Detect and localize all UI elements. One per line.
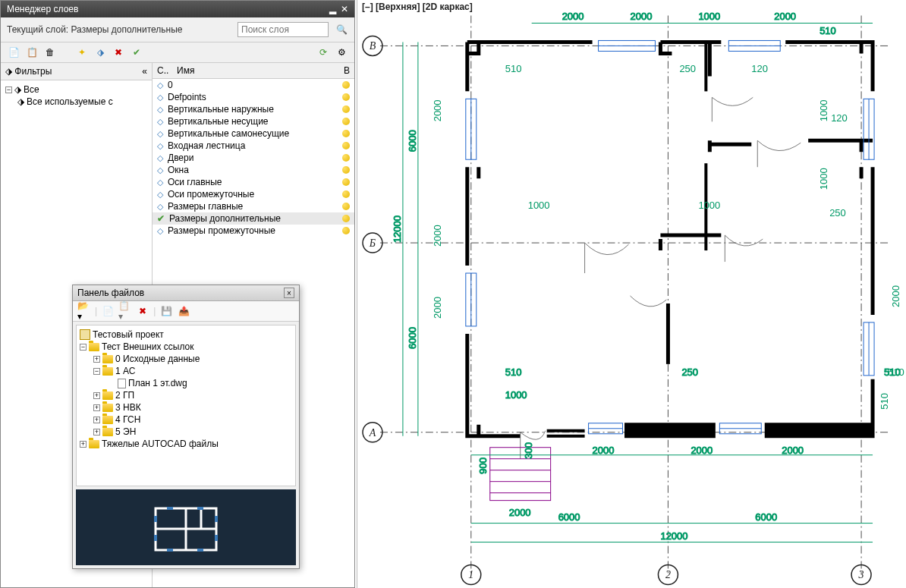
project-root[interactable]: Тестовый проект	[93, 329, 164, 340]
svg-rect-8	[167, 507, 173, 510]
svg-text:6000: 6000	[407, 130, 418, 152]
save-icon[interactable]: 💾	[159, 304, 173, 318]
folder-row[interactable]: +5 ЭН	[80, 426, 292, 438]
lightbulb-icon[interactable]	[342, 215, 350, 222]
folder-row[interactable]: +2 ГП	[80, 389, 292, 401]
col-name[interactable]: Имя	[177, 65, 338, 76]
tree-toggle-icon[interactable]: +	[93, 392, 100, 399]
layer-search-input[interactable]	[238, 22, 329, 37]
drawing-canvas[interactable]: В Б А 1 2 3	[357, 0, 906, 588]
layer-row[interactable]: ◇Двери	[153, 152, 354, 164]
folder-row[interactable]: +4 ГСН	[80, 413, 292, 426]
lightbulb-icon[interactable]	[342, 154, 350, 162]
tree-toggle-icon[interactable]: +	[93, 429, 100, 435]
filter-all[interactable]: Все	[24, 84, 39, 95]
svg-text:12000: 12000	[392, 215, 403, 243]
tree-toggle-icon[interactable]: +	[93, 404, 100, 411]
layer-name: Входная лестница	[168, 140, 245, 151]
folder-name: 1 АС	[115, 366, 135, 376]
lightbulb-icon[interactable]	[342, 178, 350, 186]
file-tree[interactable]: Тестовый проект −Тест Внешних ссылок +0 …	[76, 325, 296, 486]
lightbulb-icon[interactable]	[342, 227, 350, 234]
lightbulb-icon[interactable]	[342, 105, 350, 113]
svg-text:300: 300	[523, 442, 534, 459]
drawing-viewport[interactable]: [–] [Верхняя] [2D каркас] В Б А 1 2 3	[357, 0, 906, 588]
svg-rect-5	[154, 535, 157, 541]
refresh-icon[interactable]: ⟳	[316, 46, 330, 59]
layer-row[interactable]: ◇Размеры главные	[153, 200, 354, 212]
layer-states-icon[interactable]: ⬗	[93, 46, 107, 59]
tree-toggle-icon[interactable]: +	[93, 417, 100, 423]
folder-heavy[interactable]: Тяжелые AUTOCAD файлы	[102, 439, 219, 449]
layer-row[interactable]: ◇Оси промежуточные	[153, 188, 354, 200]
set-current-icon[interactable]: ✦	[75, 46, 89, 59]
lightbulb-icon[interactable]	[342, 166, 350, 174]
svg-text:250: 250	[681, 366, 698, 378]
file-row[interactable]: План 1 эт.dwg	[80, 377, 292, 389]
copy-icon[interactable]: 📋▾	[118, 304, 132, 318]
lightbulb-icon[interactable]	[342, 190, 350, 198]
layer-row[interactable]: ◇Вертикальные несущие	[153, 115, 354, 127]
svg-text:2000: 2000	[432, 99, 443, 121]
svg-text:510: 510	[879, 393, 890, 410]
delete-layer-icon[interactable]: 🗑	[43, 46, 57, 59]
layer-check-icon[interactable]: ✔	[130, 46, 143, 59]
folder-row[interactable]: +0 Исходные данные	[80, 353, 292, 365]
new-layer-freeze-icon[interactable]: 📋	[25, 46, 39, 59]
new-file-icon[interactable]: 📄	[101, 304, 115, 318]
lightbulb-icon[interactable]	[342, 203, 350, 210]
tree-toggle-icon[interactable]: +	[80, 441, 87, 448]
settings-icon[interactable]: ⚙	[335, 46, 348, 59]
minimize-icon[interactable]: ▂	[329, 4, 336, 14]
layer-row[interactable]: ✔Размеры дополнительные	[153, 212, 354, 225]
lightbulb-icon[interactable]	[342, 81, 350, 89]
layer-row[interactable]: ◇Входная лестница	[153, 140, 354, 152]
lightbulb-icon[interactable]	[342, 142, 350, 149]
lightbulb-icon[interactable]	[342, 93, 350, 101]
layer-status-icon: ◇	[157, 93, 163, 102]
close-icon[interactable]: ✕	[341, 4, 348, 14]
folder-root[interactable]: Тест Внешних ссылок	[102, 341, 193, 352]
tree-collapse-icon[interactable]: −	[5, 86, 12, 93]
folder-name: 4 ГСН	[115, 414, 140, 425]
col-status[interactable]: С..	[157, 65, 171, 76]
svg-text:1000: 1000	[528, 200, 550, 211]
new-layer-icon[interactable]: 📄	[7, 46, 20, 59]
svg-text:2000: 2000	[691, 445, 713, 456]
svg-text:1000: 1000	[505, 389, 527, 401]
file-panel-close-icon[interactable]: ×	[284, 288, 294, 298]
col-on[interactable]: В	[344, 65, 350, 76]
delete-file-icon[interactable]: ✖	[136, 304, 149, 318]
lightbulb-icon[interactable]	[342, 130, 350, 137]
open-icon[interactable]: 📂▾	[77, 304, 91, 318]
file-panel[interactable]: Панель файлов × 📂▾ | 📄 📋▾ ✖ | 💾 📤 Тестов…	[72, 285, 300, 569]
collapse-filters-icon[interactable]: «	[142, 66, 147, 77]
layer-manager-titlebar[interactable]: Менеджер слоев ▂ ✕	[1, 1, 354, 17]
svg-text:2000: 2000	[774, 11, 796, 22]
filter-used[interactable]: Все используемые с	[27, 96, 113, 107]
layer-row[interactable]: ◇Окна	[153, 164, 354, 176]
layer-row[interactable]: ◇Вертикальные наружные	[153, 103, 354, 115]
svg-text:2000: 2000	[432, 297, 443, 319]
lightbulb-icon[interactable]	[342, 118, 350, 125]
search-icon[interactable]: 🔍	[335, 23, 348, 36]
file-panel-titlebar[interactable]: Панель файлов ×	[73, 285, 299, 301]
layer-row[interactable]: ◇Вертикальные самонесущие	[153, 127, 354, 140]
folder-name: 3 НВК	[115, 402, 141, 413]
svg-text:2000: 2000	[593, 445, 615, 456]
layer-row[interactable]: ◇Defpoints	[153, 91, 354, 103]
layer-row[interactable]: ◇0	[153, 79, 354, 91]
folder-icon	[89, 440, 99, 448]
layer-toolbar: 📄 📋 🗑 ✦ ⬗ ✖ ✔ ⟳ ⚙	[1, 42, 354, 63]
tree-toggle-icon[interactable]: −	[93, 368, 100, 375]
tree-toggle-icon[interactable]: +	[93, 356, 100, 363]
layer-row[interactable]: ◇Размеры промежуточные	[153, 225, 354, 237]
tree-toggle-icon[interactable]: −	[80, 344, 87, 351]
layer-name: Вертикальные самонесущие	[168, 128, 289, 139]
layer-merge-icon[interactable]: ✖	[112, 46, 125, 59]
folder-row[interactable]: −1 АС	[80, 365, 292, 377]
layer-row[interactable]: ◇Оси главные	[153, 176, 354, 188]
folder-row[interactable]: +3 НВК	[80, 401, 292, 413]
layer-status-icon: ◇	[157, 141, 163, 151]
export-icon[interactable]: 📤	[177, 304, 190, 318]
